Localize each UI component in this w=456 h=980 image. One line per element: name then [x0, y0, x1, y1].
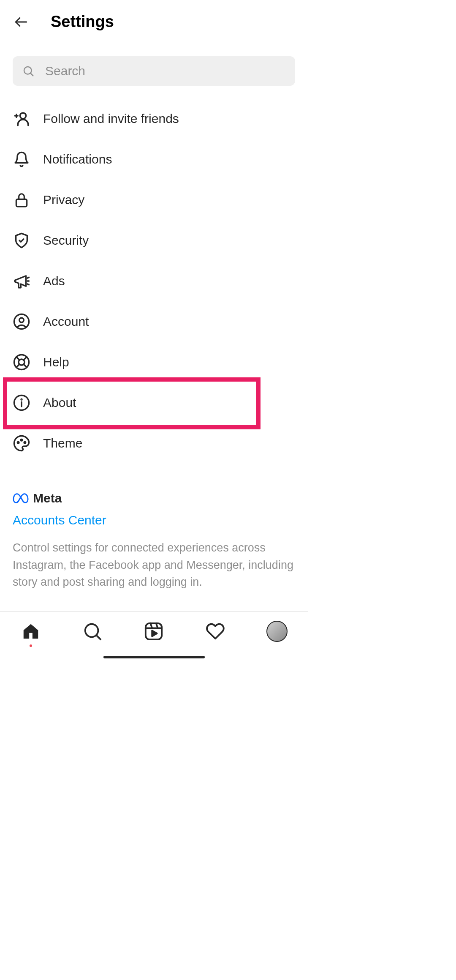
svg-point-19 [21, 439, 22, 441]
lock-icon [13, 191, 30, 209]
list-item-label: Theme [43, 436, 82, 450]
highlight-annotation [3, 377, 261, 429]
nav-profile[interactable] [266, 621, 288, 642]
info-icon [13, 394, 30, 412]
svg-point-3 [20, 113, 26, 119]
settings-item-follow-invite[interactable]: Follow and invite friends [13, 98, 295, 139]
bottom-nav [0, 611, 308, 662]
list-item-label: Follow and invite friends [43, 112, 179, 126]
heart-icon [206, 622, 225, 641]
help-icon [13, 353, 30, 371]
nav-home[interactable] [20, 621, 41, 642]
shield-icon [13, 232, 30, 249]
avatar-icon [266, 621, 288, 642]
list-item-label: About [43, 396, 76, 410]
svg-line-2 [30, 73, 33, 76]
svg-point-18 [17, 442, 19, 444]
search-icon [83, 622, 102, 641]
svg-line-12 [24, 364, 27, 368]
settings-item-theme[interactable]: Theme [13, 423, 295, 464]
meta-section: Meta Accounts Center Control settings fo… [0, 464, 308, 591]
settings-list: Follow and invite friends Notifications … [0, 98, 308, 464]
settings-item-about[interactable]: About [13, 382, 295, 423]
header: Settings [0, 0, 308, 39]
svg-line-14 [16, 364, 20, 368]
user-circle-icon [13, 313, 30, 330]
svg-rect-6 [16, 199, 27, 206]
nav-activity[interactable] [205, 621, 226, 642]
svg-line-13 [24, 357, 27, 360]
svg-line-22 [96, 636, 100, 640]
search-icon [22, 65, 35, 77]
megaphone-icon [13, 272, 30, 290]
list-item-label: Security [43, 233, 89, 248]
settings-item-ads[interactable]: Ads [13, 261, 295, 301]
home-icon [21, 622, 41, 641]
back-button[interactable] [13, 14, 30, 30]
page-title: Settings [51, 13, 114, 31]
meta-description: Control settings for connected experienc… [13, 539, 295, 591]
person-add-icon [13, 110, 30, 128]
svg-line-11 [16, 357, 20, 360]
meta-logo-icon [13, 493, 29, 504]
list-item-label: Account [43, 314, 89, 329]
home-indicator [103, 656, 205, 658]
svg-marker-27 [152, 631, 157, 636]
settings-item-privacy[interactable]: Privacy [13, 180, 295, 220]
meta-brand-label: Meta [33, 491, 62, 505]
arrow-left-icon [13, 14, 29, 30]
accounts-center-link[interactable]: Accounts Center [13, 513, 295, 527]
settings-item-security[interactable]: Security [13, 220, 295, 261]
search-container[interactable] [13, 56, 295, 86]
palette-icon [13, 434, 30, 452]
list-item-label: Notifications [43, 152, 112, 167]
settings-item-notifications[interactable]: Notifications [13, 139, 295, 180]
bell-icon [13, 150, 30, 168]
nav-search[interactable] [82, 621, 103, 642]
svg-point-17 [21, 399, 22, 400]
list-item-label: Help [43, 355, 69, 369]
list-item-label: Ads [43, 274, 65, 288]
settings-item-help[interactable]: Help [13, 342, 295, 382]
svg-point-20 [24, 442, 26, 444]
search-input[interactable] [45, 64, 286, 78]
svg-point-8 [19, 318, 24, 322]
notification-dot [30, 644, 32, 647]
nav-reels[interactable] [143, 621, 164, 642]
list-item-label: Privacy [43, 193, 84, 207]
reels-icon [144, 622, 163, 641]
meta-brand: Meta [13, 491, 295, 505]
settings-item-account[interactable]: Account [13, 301, 295, 342]
